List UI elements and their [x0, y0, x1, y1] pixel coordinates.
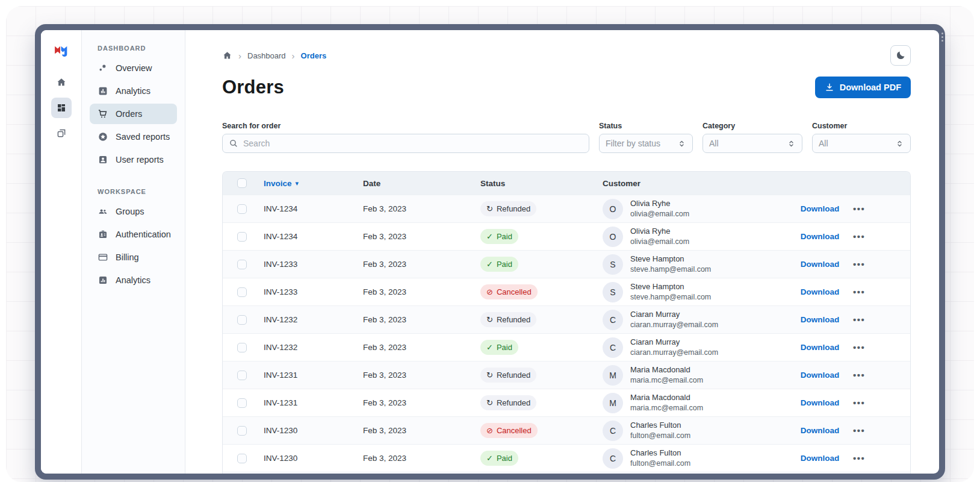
- customer-name: Charles Fulton: [630, 421, 690, 430]
- sidebar-item-orders[interactable]: Orders: [90, 104, 177, 124]
- download-link[interactable]: Download: [801, 260, 840, 269]
- rail-home-button[interactable]: [51, 72, 72, 93]
- invoice-cell: INV-1231: [264, 398, 363, 407]
- avatar: C: [603, 448, 623, 469]
- download-link[interactable]: Download: [801, 426, 840, 435]
- orders-table: Invoice ▾ Date Status Customer INV-1234 …: [222, 171, 911, 474]
- status-icon: ⊘: [486, 427, 493, 434]
- breadcrumb-home-icon[interactable]: [222, 51, 232, 61]
- moon-icon: [895, 50, 906, 61]
- category-filter-select[interactable]: All: [702, 134, 802, 153]
- date-cell: Feb 3, 2023: [363, 315, 480, 324]
- customer-email: maria.mc@email.com: [630, 404, 703, 412]
- row-actions-menu[interactable]: •••: [853, 398, 865, 408]
- row-actions-menu[interactable]: •••: [853, 342, 865, 352]
- sidebar-item-billing[interactable]: Billing: [90, 247, 177, 268]
- breadcrumb-dashboard[interactable]: Dashboard: [247, 51, 286, 60]
- invoice-cell: INV-1232: [264, 343, 363, 352]
- sidebar-item-label: Groups: [116, 207, 144, 216]
- status-icon: ↻: [486, 316, 493, 324]
- invoice-cell: INV-1233: [264, 287, 363, 296]
- status-icon: ✓: [486, 454, 493, 462]
- customer-email: olivia@email.com: [630, 237, 689, 246]
- row-checkbox[interactable]: [237, 454, 247, 463]
- rail-layers-button[interactable]: [51, 123, 72, 143]
- search-input[interactable]: [243, 139, 583, 148]
- row-actions-menu[interactable]: •••: [853, 287, 865, 297]
- table-row: INV-1231 Feb 3, 2023 ↻ Refunded M Maria …: [223, 361, 910, 389]
- date-cell: Feb 3, 2023: [363, 343, 480, 352]
- status-label: Cancelled: [497, 426, 532, 435]
- invoice-cell: INV-1230: [264, 426, 363, 435]
- download-link[interactable]: Download: [801, 287, 840, 296]
- sidebar-item-label: Analytics: [116, 86, 150, 96]
- row-checkbox[interactable]: [237, 343, 247, 352]
- customer-name: Maria Macdonald: [630, 366, 703, 375]
- sidebar-item-overview[interactable]: Overview: [90, 58, 177, 78]
- status-icon: ✓: [486, 233, 493, 240]
- avatar: S: [603, 254, 623, 275]
- row-checkbox[interactable]: [237, 287, 247, 297]
- row-checkbox[interactable]: [237, 232, 247, 242]
- sidebar-item-saved-reports[interactable]: Saved reports: [90, 127, 177, 147]
- row-actions-menu[interactable]: •••: [853, 425, 865, 436]
- sidebar-item-analytics-workspace[interactable]: Analytics: [90, 270, 177, 290]
- download-link[interactable]: Download: [801, 371, 840, 380]
- row-checkbox[interactable]: [237, 204, 247, 214]
- download-link[interactable]: Download: [801, 315, 840, 324]
- row-actions-menu[interactable]: •••: [853, 231, 865, 242]
- status-chip: ✓ Paid: [480, 257, 518, 272]
- status-icon: ⊘: [486, 288, 493, 296]
- app-window: DASHBOARD Overview Analytics Orders: [35, 24, 945, 480]
- row-actions-menu[interactable]: •••: [853, 315, 865, 325]
- status-chip: ↻ Refunded: [480, 368, 536, 383]
- rail-dashboard-button[interactable]: [51, 98, 72, 118]
- customer-name: Maria Macdonald: [630, 393, 703, 402]
- status-label: Paid: [497, 454, 512, 463]
- download-pdf-button[interactable]: Download PDF: [815, 77, 911, 98]
- date-cell: Feb 3, 2023: [363, 287, 480, 296]
- customer-filter-select[interactable]: All: [812, 134, 911, 153]
- sidebar-section-workspace: WORKSPACE: [90, 172, 177, 201]
- download-link[interactable]: Download: [801, 454, 840, 463]
- row-actions-menu[interactable]: •••: [853, 204, 865, 214]
- status-chip: ↻ Refunded: [480, 395, 536, 410]
- sidebar-item-groups[interactable]: Groups: [90, 201, 177, 222]
- chart-square-icon: [98, 275, 108, 286]
- icon-rail: [41, 30, 82, 474]
- row-checkbox[interactable]: [237, 260, 247, 269]
- download-link[interactable]: Download: [801, 204, 840, 213]
- download-link[interactable]: Download: [801, 398, 840, 407]
- breadcrumb-orders: Orders: [301, 51, 327, 60]
- date-cell: Feb 3, 2023: [363, 398, 480, 407]
- download-link[interactable]: Download: [801, 232, 840, 241]
- category-filter-label: Category: [702, 122, 802, 130]
- customer-name: Charles Fulton: [630, 449, 690, 458]
- row-checkbox[interactable]: [237, 315, 247, 325]
- invoice-cell: INV-1232: [264, 315, 363, 324]
- sidebar-item-authentication[interactable]: Authentication: [90, 224, 177, 245]
- column-header-date: Date: [363, 179, 480, 188]
- row-actions-menu[interactable]: •••: [853, 370, 865, 380]
- customer-name: Steve Hampton: [630, 283, 711, 292]
- download-pdf-label: Download PDF: [840, 83, 901, 92]
- date-cell: Feb 3, 2023: [363, 232, 480, 241]
- column-header-status: Status: [480, 179, 592, 188]
- window-scrollbar-dots[interactable]: [941, 33, 943, 42]
- row-actions-menu[interactable]: •••: [853, 453, 865, 463]
- sidebar-item-analytics[interactable]: Analytics: [90, 81, 177, 101]
- sidebar-item-user-reports[interactable]: User reports: [90, 149, 177, 170]
- column-header-invoice[interactable]: Invoice ▾: [264, 179, 363, 188]
- row-checkbox[interactable]: [237, 398, 247, 408]
- dark-mode-toggle[interactable]: [890, 45, 911, 66]
- select-all-checkbox[interactable]: [237, 178, 247, 188]
- avatar: O: [603, 227, 623, 247]
- status-filter-select[interactable]: Filter by status: [599, 134, 693, 153]
- status-label: Paid: [497, 343, 512, 352]
- download-link[interactable]: Download: [801, 343, 840, 352]
- sidebar-item-label: Analytics: [116, 275, 150, 285]
- sidebar-item-label: User reports: [116, 155, 164, 164]
- row-checkbox[interactable]: [237, 426, 247, 436]
- row-checkbox[interactable]: [237, 371, 247, 380]
- row-actions-menu[interactable]: •••: [853, 259, 865, 269]
